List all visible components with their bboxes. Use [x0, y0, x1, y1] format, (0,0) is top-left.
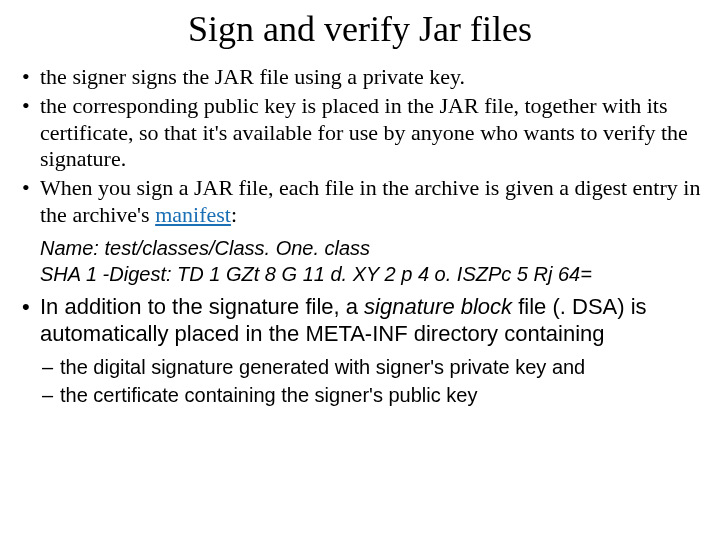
bullet-list-2: In addition to the signature file, a sig…	[18, 293, 702, 348]
slide-title: Sign and verify Jar files	[18, 8, 702, 50]
bullet-text: When you sign a JAR file, each file in t…	[40, 175, 700, 227]
bullet-item: In addition to the signature file, a sig…	[18, 293, 702, 348]
bullet-text: In addition to the signature file, a	[40, 294, 364, 319]
sub-bullet-item: the digital signature generated with sig…	[40, 354, 702, 380]
bullet-list: the signer signs the JAR file using a pr…	[18, 64, 702, 229]
bullet-item: When you sign a JAR file, each file in t…	[18, 175, 702, 229]
bullet-text: :	[231, 202, 237, 227]
code-line: Name: test/classes/Class. One. class	[40, 235, 702, 261]
code-block: Name: test/classes/Class. One. class SHA…	[40, 235, 702, 287]
bullet-em: signature block	[364, 294, 512, 319]
sub-bullet-list: the digital signature generated with sig…	[40, 354, 702, 408]
bullet-item: the corresponding public key is placed i…	[18, 93, 702, 173]
code-line: SHA 1 -Digest: TD 1 GZt 8 G 11 d. XY 2 p…	[40, 261, 702, 287]
sub-bullet-item: the certificate containing the signer's …	[40, 382, 702, 408]
bullet-item: the signer signs the JAR file using a pr…	[18, 64, 702, 91]
manifest-link[interactable]: manifest	[155, 202, 231, 227]
